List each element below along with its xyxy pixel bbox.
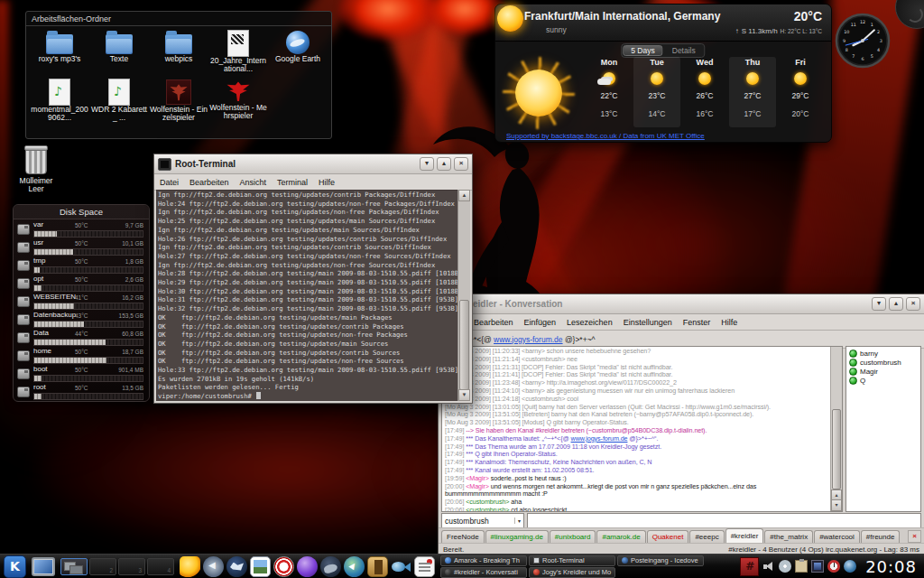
svg-text:7: 7	[852, 54, 855, 59]
wolf-launcher-icon[interactable]	[226, 556, 247, 577]
chat-scrollbar-thumb[interactable]	[832, 409, 841, 489]
channel-tab-FreeNode[interactable]: FreeNode	[441, 530, 485, 544]
fish-launcher-icon[interactable]	[391, 556, 411, 577]
task-button[interactable]: Amarok - Breaking Th	[440, 555, 527, 566]
disk-temp: 50°C	[75, 385, 88, 391]
channel-tab-unixboard[interactable]: #unixboard	[550, 530, 596, 544]
minimize-button[interactable]	[420, 157, 434, 171]
megaphone-launcher-icon[interactable]	[203, 556, 224, 577]
nick-item[interactable]: barny	[847, 349, 919, 358]
nick-item[interactable]: Q	[847, 376, 919, 385]
folder-item[interactable]: roxy's mp3's	[30, 30, 89, 79]
channel-tab-watercool[interactable]: #watercool	[814, 530, 860, 544]
globe-tray-icon[interactable]	[844, 560, 856, 573]
target-launcher-icon[interactable]	[273, 556, 294, 577]
konversation-titlebar[interactable]: #kreidler - Konversation	[439, 294, 924, 314]
terminal-scrollbar[interactable]: ▲ ▼	[457, 190, 470, 401]
maximize-button[interactable]	[889, 297, 903, 311]
close-tab-icon[interactable]: ×	[908, 530, 921, 543]
volume-tray-icon[interactable]	[762, 560, 775, 573]
forecast-low-temp: 13°C	[586, 107, 633, 124]
scroll-up-icon[interactable]: ▲	[458, 190, 470, 201]
folder-item[interactable]: webpics	[149, 30, 208, 79]
pager-desktop-3[interactable]: 3	[118, 558, 145, 575]
alarm-clock-tray-icon[interactable]	[827, 560, 840, 573]
terminal-content[interactable]: Ign ftp://ftp2.de.debian.org testing/upd…	[156, 190, 458, 401]
globe-launcher-icon[interactable]	[344, 556, 365, 577]
chat-link[interactable]: www.jogys-forum.de	[571, 434, 628, 443]
close-button[interactable]	[906, 297, 920, 311]
nick-item[interactable]: Magir	[847, 367, 919, 376]
menu-item-bearbeiten[interactable]: Bearbeiten	[474, 318, 513, 327]
channel-tab-Quakenet[interactable]: Quakenet	[647, 530, 689, 544]
task-button[interactable]: Jogy's Kreidler und Mo	[529, 567, 615, 578]
pager-desktop-1[interactable]	[60, 558, 88, 575]
close-button[interactable]	[454, 157, 468, 171]
task-button[interactable]: Root-Terminal	[529, 555, 615, 566]
menu-item-lesezeichen[interactable]: Lesezeichen	[567, 318, 613, 327]
menu-item-fenster[interactable]: Fenster	[683, 318, 711, 327]
channel-tab-linuxgamingde[interactable]: #linuxgaming.de	[485, 530, 549, 544]
topic-link[interactable]: www.jogys-forum.de	[494, 335, 563, 344]
pager-desktop-2[interactable]: 2	[89, 558, 116, 575]
chat-text: *** Kanal wurde erstellt am: 11.02.2005 …	[466, 466, 594, 474]
scroll-down-icon[interactable]: ▾	[831, 499, 842, 511]
folder-item[interactable]: 20_Jahre_International...	[208, 30, 268, 79]
mouse-launcher-icon[interactable]	[320, 556, 341, 577]
screen-tray-icon[interactable]	[811, 560, 824, 573]
minimize-button[interactable]	[872, 297, 886, 311]
menu-item-einstellungen[interactable]: Einstellungen	[624, 318, 672, 327]
scroll-down-icon[interactable]: ▼	[458, 389, 470, 401]
channel-tab-kreidler[interactable]: #kreidler	[725, 528, 764, 544]
folder-item[interactable]: Google Earth	[268, 30, 328, 79]
weather-tab-details[interactable]: Details	[664, 45, 704, 56]
taskbar: K 234 Amarok - Breaking ThRoot-TerminalP…	[0, 554, 924, 578]
folder-item[interactable]: Texte	[89, 30, 149, 79]
purple-ball-launcher-icon[interactable]	[297, 556, 318, 577]
channel-tab-eeepc[interactable]: #eeepc	[689, 530, 724, 544]
disc-tray-icon[interactable]	[779, 560, 791, 573]
channel-tab-amarokde[interactable]: #amarok.de	[596, 530, 645, 544]
kmenu-button[interactable]: K	[4, 555, 26, 578]
red-app-tray-icon[interactable]	[740, 557, 759, 576]
terminal-icon	[158, 158, 171, 171]
pager-desktop-4[interactable]: 4	[147, 558, 174, 575]
folder-item[interactable]: momentmal_2009062...	[30, 79, 89, 127]
sun-launcher-icon[interactable]	[180, 556, 200, 577]
clipboard-tray-icon[interactable]	[795, 560, 808, 573]
menu-item-ansicht[interactable]: Ansicht	[240, 178, 267, 187]
terminal-scrollbar-thumb[interactable]	[459, 300, 469, 390]
chat-scrollbar[interactable]: ▴ ▾	[830, 347, 842, 511]
channel-tab-freunde[interactable]: #freunde	[861, 530, 901, 544]
chat-input[interactable]	[527, 513, 921, 528]
task-button[interactable]: Posteingang - Icedove	[617, 555, 704, 566]
menu-item-bearbeiten[interactable]: Bearbeiten	[189, 178, 229, 187]
folder-item[interactable]: Wolfenstein - Einzelspieler	[149, 79, 208, 127]
show-desktop-button[interactable]	[32, 557, 55, 576]
photo-launcher-icon[interactable]	[250, 556, 271, 577]
menu-item-hilfe[interactable]: Hilfe	[721, 318, 737, 327]
digital-clock[interactable]: 20:08	[865, 557, 917, 576]
maximize-button[interactable]	[437, 157, 451, 171]
terminal-line: Ign ftp://ftp2.de.debian.org testing/upd…	[158, 191, 457, 200]
menu-item-terminal[interactable]: Terminal	[277, 178, 308, 187]
terminal-titlebar[interactable]: Root-Terminal	[154, 154, 472, 174]
menu-item-datei[interactable]: Datei	[160, 178, 179, 187]
door-launcher-icon[interactable]	[367, 556, 388, 577]
nick-combobox[interactable]: custombrush ▾	[441, 513, 524, 528]
task-button[interactable]: #kreidler - Konversati	[440, 567, 527, 578]
chat-text: *** Kanalmodi: Themenschutz, Keine Nachr…	[466, 458, 651, 466]
menu-item-hilfe[interactable]: Hilfe	[319, 178, 335, 187]
weather-credit-link[interactable]: Supported by backstage.bbc.co.uk / Data …	[506, 132, 705, 140]
weather-tab-5-days[interactable]: 5 Days	[623, 45, 662, 56]
sun-icon	[746, 72, 759, 85]
folder-item[interactable]: WDR 2 Kabarett_ ...	[89, 79, 149, 127]
menu-item-einfügen[interactable]: Einfügen	[524, 318, 557, 327]
forecast-day-label: Thu	[729, 58, 776, 70]
channel-tab-thematrix[interactable]: #the_matrix	[764, 530, 813, 544]
folder-item[interactable]: Wolfenstein - Mehrspieler	[208, 79, 268, 127]
trash-desktop-icon[interactable]: Mülleimer Leer	[11, 144, 61, 193]
nick-item[interactable]: custombrush	[847, 358, 919, 367]
online-led-icon	[849, 368, 857, 376]
document-launcher-icon[interactable]	[414, 556, 435, 577]
